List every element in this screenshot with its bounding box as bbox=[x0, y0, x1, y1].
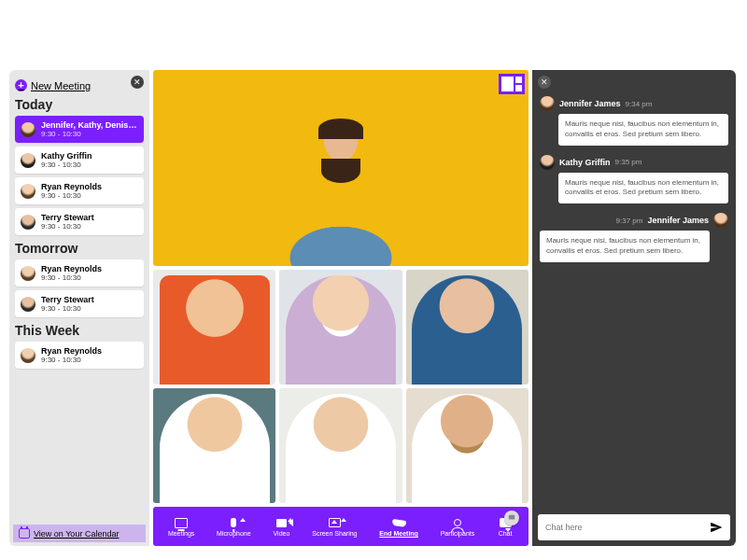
video-main: Meetings Microphone Video Screen Sharing… bbox=[149, 70, 532, 546]
chat-badge-icon bbox=[504, 511, 519, 525]
meeting-card[interactable]: Terry Stewart 9:30 - 10:30 bbox=[15, 208, 144, 235]
meeting-time: 9:30 - 10:30 bbox=[41, 356, 102, 364]
meeting-time: 9:30 - 10:30 bbox=[41, 273, 102, 282]
meeting-card[interactable]: Ryan Reynolds 9:30 - 10:30 bbox=[15, 177, 144, 204]
send-button[interactable] bbox=[710, 521, 723, 534]
hang-up-icon bbox=[391, 518, 406, 526]
meeting-card[interactable]: Ryan Reynolds 9:30 - 10:30 bbox=[15, 342, 144, 369]
chat-message: Jennifer James 9:34 pm Mauris neque nisi… bbox=[540, 96, 728, 146]
participant-tile[interactable] bbox=[279, 270, 402, 385]
participant-tile[interactable] bbox=[153, 388, 275, 503]
new-meeting-label: New Meeting bbox=[31, 80, 91, 91]
chat-message: Jennifer James 9:37 pm Mauris neque nisi… bbox=[540, 213, 728, 262]
message-time: 9:37 pm bbox=[616, 217, 643, 225]
chevron-up-icon bbox=[240, 518, 246, 522]
avatar bbox=[540, 96, 555, 111]
message-sender: Jennifer James bbox=[559, 99, 621, 108]
view-on-calendar-button[interactable]: View on Your Calendar bbox=[13, 525, 146, 542]
meeting-card[interactable]: Terry Stewart 9:30 - 10:30 bbox=[15, 290, 144, 317]
call-toolbar: Meetings Microphone Video Screen Sharing… bbox=[153, 507, 529, 546]
active-speaker-video[interactable] bbox=[153, 70, 529, 266]
chat-message: Kathy Griffin 9:35 pm Mauris neque nisi,… bbox=[540, 155, 728, 204]
calendar-icon bbox=[19, 528, 30, 539]
microphone-icon bbox=[231, 518, 236, 527]
svg-rect-0 bbox=[509, 515, 514, 520]
meeting-name: Terry Stewart bbox=[41, 295, 94, 304]
section-tomorrow-title: Tomorrow bbox=[15, 241, 144, 256]
meeting-name: Kathy Griffin bbox=[41, 151, 92, 161]
meeting-card[interactable]: Kathy Griffin 9:30 - 10:30 bbox=[15, 147, 144, 174]
section-thisweek-title: This Week bbox=[15, 323, 144, 338]
meetings-sidebar: ✕ + New Meeting Today Jennifer, Kathy, D… bbox=[9, 70, 149, 546]
message-sender: Kathy Griffin bbox=[559, 158, 611, 167]
chevron-up-icon bbox=[288, 518, 293, 522]
meeting-name: Jennifer, Kathy, Denise... bbox=[41, 120, 138, 130]
meeting-card[interactable]: Ryan Reynolds 9:30 - 10:30 bbox=[15, 259, 144, 287]
meetings-icon bbox=[175, 518, 188, 528]
meeting-time: 9:30 - 10:30 bbox=[41, 222, 94, 231]
message-sender: Jennifer James bbox=[647, 216, 709, 225]
end-meeting-button[interactable]: End Meeting bbox=[379, 516, 418, 537]
screen-sharing-button[interactable]: Screen Sharing bbox=[312, 516, 357, 537]
meeting-time: 9:30 - 10:30 bbox=[41, 304, 94, 313]
avatar bbox=[21, 266, 35, 281]
close-sidebar-button[interactable]: ✕ bbox=[131, 76, 144, 89]
participant-tile[interactable] bbox=[406, 388, 529, 503]
participant-tile[interactable] bbox=[153, 270, 275, 385]
avatar bbox=[713, 213, 728, 228]
layout-toggle-button[interactable] bbox=[499, 74, 525, 94]
participants-icon bbox=[454, 519, 461, 526]
avatar bbox=[540, 155, 555, 170]
meeting-name: Ryan Reynolds bbox=[41, 182, 102, 191]
avatar bbox=[21, 153, 35, 168]
close-chat-button[interactable]: ✕ bbox=[538, 76, 551, 89]
chat-input[interactable] bbox=[545, 523, 710, 532]
message-body: Mauris neque nisi, faucibus non elementu… bbox=[558, 173, 728, 204]
message-time: 9:34 pm bbox=[626, 100, 653, 108]
message-body: Mauris neque nisi, faucibus non elementu… bbox=[540, 231, 710, 262]
view-calendar-label: View on Your Calendar bbox=[34, 529, 119, 539]
avatar bbox=[21, 122, 35, 137]
avatar bbox=[21, 297, 35, 312]
screen-share-icon bbox=[329, 518, 341, 527]
video-button[interactable]: Video bbox=[273, 516, 289, 537]
meeting-name: Ryan Reynolds bbox=[41, 264, 102, 273]
message-time: 9:35 pm bbox=[615, 158, 642, 166]
chat-button[interactable]: Chat bbox=[497, 516, 514, 537]
chat-messages: Jennifer James 9:34 pm Mauris neque nisi… bbox=[532, 94, 736, 509]
meeting-name: Ryan Reynolds bbox=[41, 346, 102, 356]
video-icon bbox=[276, 519, 287, 527]
participants-button[interactable]: Participants bbox=[441, 516, 475, 537]
meeting-time: 9:30 - 10:30 bbox=[41, 130, 138, 138]
meeting-time: 9:30 - 10:30 bbox=[41, 161, 92, 169]
person-video bbox=[257, 98, 425, 266]
meetings-button[interactable]: Meetings bbox=[168, 516, 194, 537]
send-icon bbox=[710, 521, 723, 534]
chat-input-bar bbox=[538, 514, 730, 540]
chevron-up-icon bbox=[341, 518, 346, 522]
meeting-card[interactable]: Jennifer, Kathy, Denise... 9:30 - 10:30 bbox=[15, 116, 144, 143]
meeting-name: Terry Stewart bbox=[41, 213, 94, 222]
avatar bbox=[21, 184, 35, 199]
participant-tile[interactable] bbox=[279, 388, 402, 503]
microphone-button[interactable]: Microphone bbox=[217, 516, 251, 537]
meeting-time: 9:30 - 10:30 bbox=[41, 191, 102, 200]
participants-grid bbox=[153, 270, 529, 503]
plus-icon: + bbox=[15, 79, 27, 91]
participant-tile[interactable] bbox=[406, 270, 529, 385]
message-body: Mauris neque nisi, faucibus non elementu… bbox=[558, 114, 728, 146]
chat-panel: ✕ Jennifer James 9:34 pm Mauris neque ni… bbox=[532, 70, 736, 546]
avatar bbox=[21, 215, 35, 230]
new-meeting-button[interactable]: + New Meeting bbox=[15, 79, 144, 91]
section-today-title: Today bbox=[15, 97, 144, 112]
avatar bbox=[21, 348, 35, 363]
